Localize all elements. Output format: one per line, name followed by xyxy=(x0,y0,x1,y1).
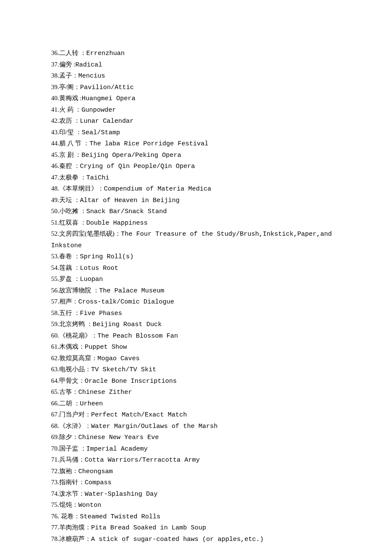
item-definition: Snack Bar/Snack Stand xyxy=(86,208,167,215)
item-term: 二人转 xyxy=(59,49,78,56)
item-index: 78. xyxy=(51,535,59,542)
item-separator: ： xyxy=(72,400,80,407)
list-item: 44.腊 八 节 ：The laba Rice Porridge Festiva… xyxy=(51,138,341,150)
list-item: 70.国子监 ：Imperial Academy xyxy=(51,443,341,455)
item-index: 36. xyxy=(51,49,59,56)
list-item: 45.京 剧 ：Beijing Opera/Peking Opera xyxy=(51,150,341,161)
item-definition: Lunar Calendar xyxy=(80,118,134,125)
list-item: 68.《水浒》：Water Margin/Outlaws of the Mars… xyxy=(51,421,341,432)
item-index: 38. xyxy=(51,72,59,79)
item-definition: Errenzhuan xyxy=(86,50,125,57)
item-definition: Double Happiness xyxy=(86,220,148,227)
item-term: 馄饨 xyxy=(59,501,72,508)
item-term: 花卷 xyxy=(59,513,74,520)
item-definition: The Palace Museum xyxy=(99,287,164,295)
item-term: 《水浒》 xyxy=(59,422,85,429)
list-item: 37.偏旁 :Radical xyxy=(51,59,341,71)
item-definition: Perfect Match/Exact Match xyxy=(91,411,187,419)
item-separator: ： xyxy=(72,117,80,124)
item-separator: ： xyxy=(78,479,85,486)
item-separator: ： xyxy=(72,434,78,440)
item-term: 莲藕 xyxy=(59,264,72,271)
document-page: 36.二人转 ：Errenzhuan37.偏旁 :Radical38.孟子：Me… xyxy=(0,0,392,545)
list-item: 64.甲骨文：Oracle Bone Inscriptions xyxy=(51,376,341,387)
item-term: 指南针 xyxy=(59,479,78,486)
item-separator: ： xyxy=(72,253,80,260)
list-item: 43.印/玺 ：Seal/Stamp xyxy=(51,127,341,139)
item-definition: A stick of sugar-coated haws (or apples,… xyxy=(91,536,264,543)
list-item: 41.火 药 ：Gunpowder xyxy=(51,104,341,116)
item-separator: ： xyxy=(78,219,86,226)
item-term: 《桃花扇》 xyxy=(59,332,91,339)
item-term: 京 剧 xyxy=(59,151,74,158)
item-definition: Cheongsam xyxy=(78,468,113,475)
item-separator: ： xyxy=(91,332,98,339)
item-separator: ： xyxy=(78,174,86,181)
item-index: 56. xyxy=(51,287,59,294)
item-separator: ： xyxy=(78,445,86,452)
item-index: 51. xyxy=(51,219,59,226)
item-index: 74. xyxy=(51,490,59,497)
item-definition: Water-Splashing Day xyxy=(85,491,158,498)
item-definition: Imperial Academy xyxy=(86,445,148,453)
item-separator: ： xyxy=(74,513,80,520)
list-item: 66.二胡 ：Urheen xyxy=(51,398,341,410)
item-separator: ： xyxy=(72,501,78,508)
list-item: 42.农历 ：Lunar Calendar xyxy=(51,116,341,127)
item-index: 47. xyxy=(51,174,59,181)
item-term: 秦腔 xyxy=(59,162,72,169)
list-item: 76. 花卷：Steamed Twisted Rolls xyxy=(51,511,341,523)
item-index: 57. xyxy=(51,298,59,305)
item-separator: ： xyxy=(85,411,91,418)
item-index: 59. xyxy=(51,321,59,327)
item-definition: Beijing Roast Duck xyxy=(93,321,162,328)
item-definition: TV Sketch/TV Skit xyxy=(91,366,156,373)
item-term: 太极拳 xyxy=(59,174,78,181)
list-item: 61.木偶戏：Puppet Show xyxy=(51,341,341,353)
item-definition: Compendium of Materia Medica xyxy=(104,185,211,193)
list-item: 69.除夕：Chinese New Years Eve xyxy=(51,432,341,443)
item-separator: ： xyxy=(78,456,85,463)
item-term: 除夕 xyxy=(59,434,72,440)
list-item: 73.指南针：Compass xyxy=(51,477,341,489)
item-separator: ： xyxy=(85,366,91,373)
item-definition: Crying of Qin People/Qin Opera xyxy=(80,163,195,170)
item-index: 76. xyxy=(51,513,59,520)
item-definition: Pavilion/Attic xyxy=(80,84,134,91)
item-index: 52. xyxy=(51,230,59,237)
item-index: 55. xyxy=(51,275,59,282)
list-item: 51.红双喜 ：Double Happiness xyxy=(51,217,341,229)
item-separator: ： xyxy=(78,343,85,350)
item-separator: ： xyxy=(115,230,121,237)
item-definition: Altar of Heaven in Beijing xyxy=(80,197,180,204)
item-definition: Five Phases xyxy=(80,310,122,317)
item-index: 72. xyxy=(51,468,59,474)
list-item: 53.春卷 ：Spring Roll(s) xyxy=(51,251,341,263)
item-definition: Oracle Bone Inscriptions xyxy=(85,378,177,385)
item-definition: Cotta Warriors/Terracotta Army xyxy=(85,457,200,464)
item-term: 甲骨文 xyxy=(59,377,78,384)
list-item: 48.《本草纲目》：Compendium of Materia Medica xyxy=(51,183,341,195)
item-term: 北京烤鸭 xyxy=(59,321,85,327)
item-term: 罗盘 xyxy=(59,275,72,282)
list-item: 77.羊肉泡馍：Pita Bread Soaked in Lamb Soup xyxy=(51,522,341,534)
item-index: 60. xyxy=(51,332,59,339)
item-definition: Mencius xyxy=(78,72,105,80)
item-definition: Chinese New Years Eve xyxy=(78,434,159,441)
list-item: 54.莲藕 ：Lotus Root xyxy=(51,263,341,274)
item-definition: Cross-talk/Comic Dialogue xyxy=(78,298,174,306)
item-separator: ： xyxy=(91,287,99,294)
item-term: 亭/阁 xyxy=(59,84,74,90)
item-separator: ： xyxy=(72,264,80,271)
item-separator: ： xyxy=(85,524,91,531)
item-definition: Wonton xyxy=(78,502,101,509)
item-definition: Spring Roll(s) xyxy=(80,253,134,260)
item-separator: ： xyxy=(81,140,89,147)
item-definition: Mogao Caves xyxy=(98,355,140,362)
item-term: 《本草纲目》 xyxy=(59,185,98,192)
item-separator: ： xyxy=(72,197,80,203)
list-item: 49.天坛 ：Altar of Heaven in Beijing xyxy=(51,195,341,206)
item-index: 63. xyxy=(51,366,59,373)
vocabulary-list: 36.二人转 ：Errenzhuan37.偏旁 :Radical38.孟子：Me… xyxy=(51,48,341,545)
item-term: 古筝 xyxy=(59,388,72,395)
